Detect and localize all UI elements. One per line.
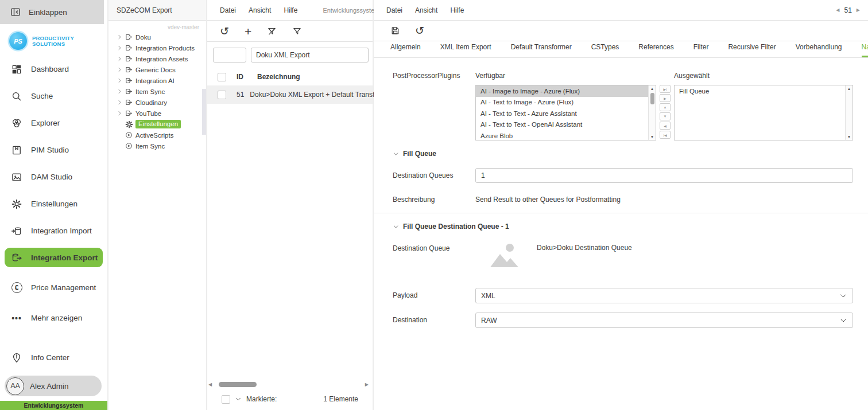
tree-item-cloudinary[interactable]: Cloudinary (117, 97, 206, 108)
chevron-right-icon[interactable] (117, 45, 122, 50)
collapse-sidebar-button[interactable]: Einklappen (0, 0, 104, 24)
menu-ansicht[interactable]: Ansicht (415, 6, 437, 14)
table-header: ID Bezeichnung (207, 68, 373, 85)
list-item[interactable]: AI - Text to Image - Azure (Flux) (476, 97, 648, 108)
list-item[interactable]: AI - Image to Image - Azure (Flux) (476, 85, 648, 97)
filter-button[interactable] (292, 26, 302, 36)
tab-vorbehandlung[interactable]: Vorbehandlung (796, 43, 842, 57)
available-listbox[interactable]: AI - Image to Image - Azure (Flux) AI - … (475, 85, 656, 140)
scroll-down-icon[interactable]: ▼ (847, 134, 851, 140)
menu-hilfe[interactable]: Hilfe (450, 6, 464, 14)
refresh-button[interactable]: ↺ (415, 25, 424, 36)
row-checkbox[interactable] (218, 91, 226, 99)
menu-ansicht[interactable]: Ansicht (249, 6, 271, 14)
fq-destination-section-header[interactable]: Fill Queue Destination Queue - 1 (393, 222, 853, 231)
menu-datei[interactable]: Datei (220, 6, 236, 14)
move-right-button[interactable]: ▶ (660, 94, 671, 102)
id-filter-input[interactable] (213, 48, 246, 63)
listbox-scrollbar[interactable]: ▲ ▼ (648, 85, 656, 140)
tree-item-einstellungen[interactable]: Einstellungen (117, 119, 206, 130)
sidebar-item-info-center[interactable]: Info Center (0, 344, 107, 371)
detail-panel: Datei Ansicht Hilfe ◀ 51 ▶ ↺ Allgemein X… (374, 0, 868, 410)
tree-item-integration-assets[interactable]: Integration Assets (117, 53, 206, 64)
name-filter-input[interactable] (251, 48, 369, 63)
tree-item-activescripts[interactable]: ActiveScripts (117, 130, 206, 140)
tab-allgemein[interactable]: Allgemein (390, 43, 421, 57)
chevron-right-icon[interactable] (117, 67, 122, 72)
move-up-button[interactable]: ▲ (660, 103, 671, 111)
sidebar-item-integration-import[interactable]: Integration Import (0, 217, 107, 244)
sidebar-item-dashboard[interactable]: Dashboard (0, 56, 107, 83)
sidebar-item-price-management[interactable]: € Price Management (0, 274, 107, 301)
list-item[interactable]: Fill Queue (675, 85, 845, 97)
chevron-down-icon[interactable] (235, 396, 242, 403)
export-node-icon (125, 88, 133, 95)
scroll-up-icon[interactable]: ▲ (847, 85, 851, 92)
user-menu[interactable]: AA Alex Admin (5, 376, 102, 396)
list-item[interactable]: AI - Text to Text - OpenAI Assistant (476, 119, 648, 131)
destination-select[interactable]: RAW (475, 313, 853, 328)
sidebar-item-dam-studio[interactable]: DAM Studio (0, 163, 107, 190)
chevron-right-icon[interactable] (117, 34, 122, 40)
scroll-right-icon[interactable]: ▶ (363, 382, 369, 387)
sidebar-item-pim-studio[interactable]: PIM Studio (0, 136, 107, 163)
sidebar-item-suche[interactable]: Suche (0, 83, 107, 110)
move-down-button[interactable]: ▼ (660, 112, 671, 120)
tree-item-item-sync[interactable]: Item Sync (117, 86, 206, 97)
tree-item-integration-ai[interactable]: Integration AI (117, 75, 206, 86)
previous-record-icon[interactable]: ◀ (836, 7, 839, 13)
fill-queue-section-header[interactable]: Fill Queue (393, 150, 853, 158)
tab-recursive-filter[interactable]: Recursive Filter (728, 43, 776, 57)
tree-scrollbar[interactable] (202, 89, 206, 135)
play-circle-icon (125, 131, 133, 139)
menu-datei[interactable]: Datei (386, 6, 402, 14)
payload-select[interactable]: XML (475, 288, 853, 303)
tree-item-generic-docs[interactable]: Generic Docs (117, 64, 206, 75)
chevron-right-icon[interactable] (117, 111, 122, 116)
tab-content: PostProcessorPlugins Verfügbar AI - Imag… (374, 58, 868, 328)
tab-xml-item-export[interactable]: XML Item Export (440, 43, 491, 57)
move-left-button[interactable]: ◀ (660, 122, 671, 130)
clear-filter-button[interactable] (267, 26, 277, 36)
tab-filter[interactable]: Filter (693, 43, 709, 57)
tree-item-integration-products[interactable]: Integration Products (117, 42, 206, 53)
sidebar-item-mehr-anzeigen[interactable]: ••• Mehr anzeigen (0, 304, 107, 331)
move-all-left-button[interactable]: |◀ (660, 131, 671, 139)
next-record-icon[interactable]: ▶ (857, 7, 860, 13)
scrollbar-thumb[interactable] (650, 93, 654, 104)
sidebar-item-einstellungen[interactable]: Einstellungen (0, 190, 107, 217)
listbox-scrollbar[interactable]: ▲ ▼ (845, 85, 852, 140)
destination-queues-input[interactable] (475, 168, 853, 183)
chevron-right-icon[interactable] (117, 78, 122, 83)
chevron-right-icon[interactable] (117, 56, 122, 61)
marked-checkbox[interactable] (222, 395, 230, 404)
tree-item-item-sync-script[interactable]: Item Sync (117, 140, 206, 151)
table-row[interactable]: 51 Doku>Doku XML Export + Default Transf… (207, 85, 373, 104)
add-button[interactable]: + (245, 25, 251, 37)
tab-default-transformer[interactable]: Default Transformer (511, 43, 572, 57)
list-item[interactable]: Azure Blob (476, 130, 648, 140)
list-item[interactable]: AI - Text to Text - Azure Assistant (476, 108, 648, 119)
move-all-right-button[interactable]: ▶| (660, 85, 671, 93)
horizontal-scrollbar[interactable]: ◀ ▶ (208, 381, 369, 388)
scroll-up-icon[interactable]: ▲ (650, 85, 654, 92)
scroll-left-icon[interactable]: ◀ (208, 382, 214, 387)
tab-nachbehandlung[interactable]: Nachbehandlung (862, 43, 868, 57)
sidebar-item-explorer[interactable]: Explorer (0, 110, 107, 136)
select-all-checkbox[interactable] (218, 73, 226, 81)
row-id: 51 (237, 91, 244, 99)
tab-references[interactable]: References (638, 43, 673, 57)
sidebar-item-integration-export[interactable]: Integration Export (5, 248, 103, 267)
tree-item-youtube[interactable]: YouTube (117, 108, 206, 119)
save-button[interactable] (390, 26, 400, 36)
tree-item-doku[interactable]: Doku (117, 32, 206, 42)
refresh-button[interactable]: ↺ (220, 26, 229, 37)
scrollbar-thumb[interactable] (219, 382, 257, 387)
chevron-right-icon[interactable] (117, 100, 122, 105)
menu-hilfe[interactable]: Hilfe (284, 6, 297, 14)
chevron-right-icon[interactable] (117, 89, 122, 94)
selected-listbox[interactable]: Fill Queue ▲ ▼ (674, 85, 853, 140)
tab-cstypes[interactable]: CSTypes (591, 43, 619, 57)
list-footer: Markierte: 1 Elemente (207, 391, 373, 407)
scroll-down-icon[interactable]: ▼ (650, 134, 654, 140)
